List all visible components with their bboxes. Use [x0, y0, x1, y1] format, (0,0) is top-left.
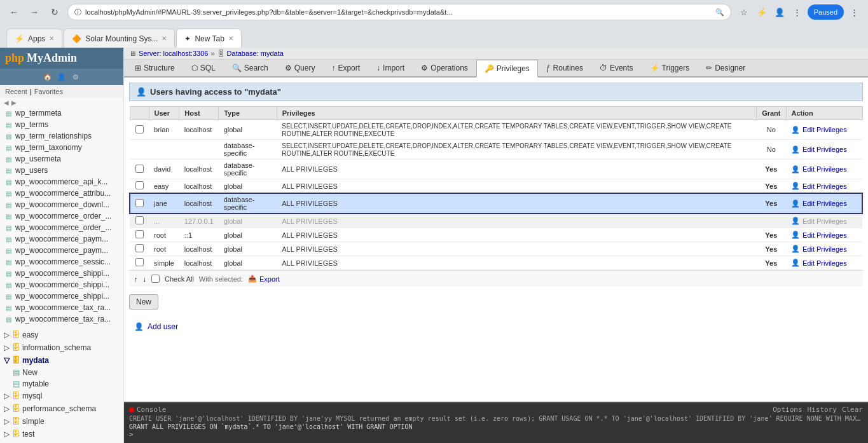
sidebar-item-wp-termmeta[interactable]: ▤ wp_termmeta — [0, 107, 123, 119]
tab-sql[interactable]: ⬡ SQL — [183, 60, 224, 76]
db-collapse-icon: ▷ — [4, 392, 10, 400]
add-user-link[interactable]: 👤 Add user — [129, 320, 183, 334]
row-type: global — [219, 179, 277, 194]
back-button[interactable]: ← — [6, 4, 22, 20]
sidebar-db-mydata[interactable]: ▽ 🗄 mydata — [0, 354, 123, 367]
tab-import[interactable]: ↓ Import — [368, 60, 413, 76]
sidebar-item-wp-woocommerce-api[interactable]: ▤ wp_woocommerce_api_k... — [0, 176, 123, 187]
settings-icon[interactable]: ⋮ — [790, 4, 805, 20]
more-options-button[interactable]: ⋮ — [846, 4, 862, 20]
reload-button[interactable]: ↻ — [47, 4, 62, 20]
breadcrumb-server[interactable]: Server: localhost:3306 — [139, 50, 208, 57]
sidebar-item-wp-woocommerce-order1[interactable]: ▤ wp_woocommerce_order_... — [0, 210, 123, 222]
edit-privileges-button[interactable]: 👤 Edit Privileges — [791, 146, 847, 154]
sidebar-item-wp-woocommerce-paym2[interactable]: ▤ wp_woocommerce_paym... — [0, 245, 123, 256]
tab-operations[interactable]: ⚙ Operations — [413, 60, 476, 76]
row-checkbox[interactable] — [135, 165, 144, 173]
edit-privileges-button[interactable]: 👤 Edit Privileges — [791, 165, 847, 174]
row-action: 👤 Edit Privileges — [786, 256, 862, 270]
address-bar[interactable]: ⓘ localhost/phpMyAdmin/#PMAURL-39:server… — [67, 4, 731, 20]
sidebar-item-wp-woocommerce-sessic[interactable]: ▤ wp_woocommerce_sessic... — [0, 256, 123, 268]
tab-query[interactable]: ⚙ Query — [277, 60, 324, 76]
extensions-button[interactable]: ⚡ — [754, 4, 769, 20]
edit-privileges-button[interactable]: 👤 Edit Privileges — [791, 259, 847, 267]
sidebar-db-simple[interactable]: ▷ 🗄 simple — [0, 415, 123, 428]
tab-privileges[interactable]: 🔑 Privileges — [476, 60, 538, 78]
tab-new[interactable]: ✦ New Tab ✕ — [176, 29, 241, 48]
export-button[interactable]: 📤 Export — [248, 275, 280, 283]
sidebar-item-wp-woocommerce-paym1[interactable]: ▤ wp_woocommerce_paym... — [0, 233, 123, 245]
row-checkbox[interactable] — [135, 244, 144, 252]
sidebar-db-mysql[interactable]: ▷ 🗄 mysql — [0, 390, 123, 402]
row-checkbox[interactable] — [135, 216, 144, 224]
sidebar-item-wp-woocommerce-downl[interactable]: ▤ wp_woocommerce_downl... — [0, 199, 123, 210]
sidebar-item-wp-term-taxonomy[interactable]: ▤ wp_term_taxonomy — [0, 142, 123, 153]
row-user: david — [149, 160, 179, 179]
profile-button[interactable]: 👤 — [772, 4, 787, 20]
paused-button[interactable]: Paused — [808, 4, 844, 20]
tab-apps-close[interactable]: ✕ — [49, 35, 54, 42]
user-icon[interactable]: 👤 — [56, 71, 67, 83]
sidebar-item-wp-woocommerce-shippi2[interactable]: ▤ wp_woocommerce_shippi... — [0, 279, 123, 290]
sidebar-scroll[interactable]: ◀ ▶ ▤ wp_termmeta ▤ wp_terms ▤ wp_term_r… — [0, 98, 123, 443]
edit-privileges-button[interactable]: 👤 Edit Privileges — [791, 126, 847, 134]
console-options-button[interactable]: Options — [773, 406, 802, 414]
sidebar-item-wp-usermeta[interactable]: ▤ wp_usermeta — [0, 153, 123, 165]
breadcrumb-database[interactable]: Database: mydata — [227, 50, 284, 57]
recent-link[interactable]: Recent — [5, 88, 27, 95]
tab-solar-close[interactable]: ✕ — [162, 35, 167, 42]
sidebar-db-information-schema[interactable]: ▷ 🗄 information_schema — [0, 341, 123, 354]
sidebar-item-wp-woocommerce-shippi1[interactable]: ▤ wp_woocommerce_shippi... — [0, 268, 123, 279]
tab-triggers[interactable]: ⚡ Triggers — [642, 60, 698, 76]
row-checkbox[interactable] — [135, 258, 144, 266]
tab-routines[interactable]: ƒ Routines — [538, 60, 591, 76]
sidebar-item-wp-terms[interactable]: ▤ wp_terms — [0, 119, 123, 130]
edit-privileges-button[interactable]: 👤 Edit Privileges — [791, 245, 847, 253]
row-checkbox[interactable] — [135, 125, 144, 133]
console-cursor[interactable]: > — [129, 430, 863, 439]
tab-export[interactable]: ↑ Export — [323, 60, 368, 76]
export-icon: 📤 — [248, 275, 257, 283]
sidebar-item-wp-woocommerce-tax-ra2[interactable]: ▤ wp_woocommerce_tax_ra... — [0, 313, 123, 325]
th-checkbox — [130, 107, 149, 120]
edit-icon: 👤 — [791, 217, 800, 225]
sidebar-item-wp-woocommerce-tax-ra1[interactable]: ▤ wp_woocommerce_tax_ra... — [0, 302, 123, 313]
sidebar-item-wp-term-relationships[interactable]: ▤ wp_term_relationships — [0, 130, 123, 142]
row-checkbox[interactable] — [135, 181, 144, 189]
tab-solar[interactable]: 🔶 Solar Mounting Sys... ✕ — [64, 29, 175, 48]
sidebar-db-easy[interactable]: ▷ 🗄 easy — [0, 329, 123, 341]
bookmark-button[interactable]: ☆ — [736, 4, 752, 20]
tab-new-close[interactable]: ✕ — [228, 35, 233, 42]
tab-structure[interactable]: ⊞ Structure — [127, 60, 183, 76]
tab-events[interactable]: ⏱ Events — [591, 60, 642, 76]
settings-icon[interactable]: ⚙ — [70, 71, 81, 83]
new-button[interactable]: New — [129, 294, 158, 310]
home-icon[interactable]: 🏠 — [42, 71, 53, 83]
edit-privileges-button[interactable]: 👤 Edit Privileges — [791, 182, 847, 190]
check-all-checkbox[interactable] — [151, 275, 160, 283]
sidebar-db-performance-schema[interactable]: ▷ 🗄 performance_schema — [0, 402, 123, 415]
edit-privileges-button[interactable]: 👤 Edit Privileges — [791, 200, 847, 208]
tab-designer[interactable]: ✏ Designer — [698, 60, 754, 76]
phpmyadmin-logo: php MyAdmin — [5, 51, 77, 65]
console-clear-button[interactable]: Clear — [842, 406, 863, 414]
sidebar-item-wp-woocommerce-order2[interactable]: ▤ wp_woocommerce_order_... — [0, 222, 123, 233]
forward-button[interactable]: → — [27, 4, 42, 20]
tab-search[interactable]: 🔍 Search — [224, 60, 277, 76]
sidebar-subitem-mytable[interactable]: ▤ mytable — [0, 378, 123, 390]
row-checkbox[interactable] — [135, 230, 144, 238]
sidebar-item-wp-users[interactable]: ▤ wp_users — [0, 165, 123, 176]
sidebar-item-wp-woocommerce-attribu[interactable]: ▤ wp_woocommerce_attribu... — [0, 187, 123, 199]
check-all-label[interactable]: Check All — [165, 275, 194, 283]
console-history-button[interactable]: History — [808, 406, 837, 414]
sidebar-db-test[interactable]: ▷ 🗄 test — [0, 428, 123, 440]
browser-tabs: ⚡ Apps ✕ 🔶 Solar Mounting Sys... ✕ ✦ New… — [0, 24, 868, 48]
tab-apps[interactable]: ⚡ Apps ✕ — [6, 29, 62, 48]
import-icon: ↓ — [376, 64, 380, 72]
row-checkbox[interactable] — [135, 199, 144, 207]
favorites-link[interactable]: Favorites — [34, 88, 63, 95]
edit-privileges-button[interactable]: 👤 Edit Privileges — [791, 217, 847, 225]
sidebar-item-wp-woocommerce-shippi3[interactable]: ▤ wp_woocommerce_shippi... — [0, 290, 123, 302]
edit-privileges-button[interactable]: 👤 Edit Privileges — [791, 231, 847, 239]
sidebar-subitem-new[interactable]: ▤ New — [0, 367, 123, 378]
